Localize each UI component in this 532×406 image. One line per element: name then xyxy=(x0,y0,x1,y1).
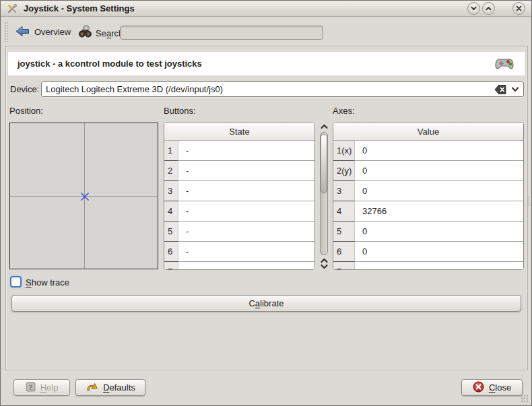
help-label: Help xyxy=(40,382,59,393)
scroll-down-icon xyxy=(321,264,328,269)
device-combobox[interactable]: Logitech Logitech Extreme 3D (/dev/input… xyxy=(41,81,524,97)
table-row: 7 xyxy=(333,262,523,270)
close-label: Close xyxy=(489,382,511,393)
table-row: 50 xyxy=(333,222,523,242)
help-button[interactable]: ? Help xyxy=(13,379,70,396)
combo-chevron-down-icon[interactable] xyxy=(511,87,519,92)
table-row: 30 xyxy=(333,181,523,201)
overview-label: Overview xyxy=(34,27,71,37)
show-trace-checkbox[interactable] xyxy=(10,276,22,287)
axes-column-header[interactable]: Value xyxy=(333,123,523,141)
search-input[interactable] xyxy=(120,26,323,40)
defaults-label: Defaults xyxy=(103,382,135,393)
undo-icon xyxy=(86,382,98,394)
position-pad[interactable] xyxy=(9,123,158,269)
close-icon xyxy=(514,4,523,13)
scrollbar-thumb[interactable] xyxy=(321,134,327,193)
table-row: 3- xyxy=(164,181,314,201)
titlebar[interactable]: Joystick - System Settings xyxy=(1,1,531,17)
table-row: 432766 xyxy=(333,201,523,222)
chevron-down-icon xyxy=(469,4,478,13)
table-row: 1- xyxy=(164,141,314,161)
toolbar-separator xyxy=(73,22,73,41)
defaults-button[interactable]: Defaults xyxy=(75,379,145,396)
table-row: 1(x)0 xyxy=(333,141,523,161)
joystick-icon xyxy=(494,55,515,75)
device-row: Device: Logitech Logitech Extreme 3D (/d… xyxy=(10,81,523,97)
axes-label: Axes: xyxy=(333,106,355,116)
window-title: Joystick - System Settings xyxy=(24,3,135,13)
svg-text:?: ? xyxy=(29,383,32,391)
position-label: Position: xyxy=(9,106,43,116)
table-row: 4- xyxy=(164,201,314,222)
show-trace-label[interactable]: Show trace xyxy=(26,277,69,287)
clear-input-icon[interactable] xyxy=(494,85,506,94)
scrollbar-bottom-arrows xyxy=(321,257,328,269)
joystick-settings-window: Joystick - System Settings xyxy=(0,0,532,406)
calibrate-button[interactable]: Calibrate xyxy=(11,295,521,312)
module-header-banner: joystick - a kcontrol module to test joy… xyxy=(7,51,525,76)
close-red-icon xyxy=(473,381,484,395)
table-row: 2(y)0 xyxy=(333,161,523,181)
maximize-button[interactable] xyxy=(482,2,495,15)
minimize-button[interactable] xyxy=(467,2,480,15)
buttons-label: Buttons: xyxy=(164,106,196,116)
scrollbar-track[interactable] xyxy=(320,132,328,255)
calibrate-label: Calibrate xyxy=(248,298,284,308)
table-row: 2- xyxy=(164,161,314,181)
device-label: Device: xyxy=(10,84,39,94)
close-window-button[interactable] xyxy=(512,2,525,15)
axes-table[interactable]: Value 1(x)0 2(y)0 30 432766 50 60 7 xyxy=(333,122,524,270)
search-binoculars-icon xyxy=(77,24,93,41)
close-button[interactable]: Close xyxy=(461,379,523,396)
back-arrow-icon xyxy=(15,26,30,39)
help-icon: ? xyxy=(26,382,36,394)
table-row: 60 xyxy=(333,242,523,262)
chevron-up-icon xyxy=(484,4,493,13)
scroll-up-icon xyxy=(321,258,328,263)
main-toolbar: Overview Search: xyxy=(1,18,531,46)
device-value: Logitech Logitech Extreme 3D (/dev/input… xyxy=(46,84,494,94)
system-settings-app-icon xyxy=(7,3,18,14)
buttons-scrollbar[interactable] xyxy=(319,123,329,269)
window-resize-grip[interactable] xyxy=(521,395,529,403)
module-title: joystick - a kcontrol module to test joy… xyxy=(18,59,202,69)
table-row: 5- xyxy=(164,222,314,242)
buttons-column-header[interactable]: State xyxy=(164,123,314,141)
overview-button[interactable]: Overview xyxy=(13,23,73,41)
table-row: 6- xyxy=(164,242,314,262)
splitter-handle[interactable] xyxy=(527,196,530,207)
scroll-up-icon[interactable] xyxy=(321,123,328,131)
table-row: 7 xyxy=(164,262,314,270)
joystick-position-marker xyxy=(80,192,90,203)
toolbar-drag-handle[interactable] xyxy=(4,22,8,42)
buttons-table[interactable]: State 1- 2- 3- 4- 5- 6- 7 xyxy=(164,122,315,270)
